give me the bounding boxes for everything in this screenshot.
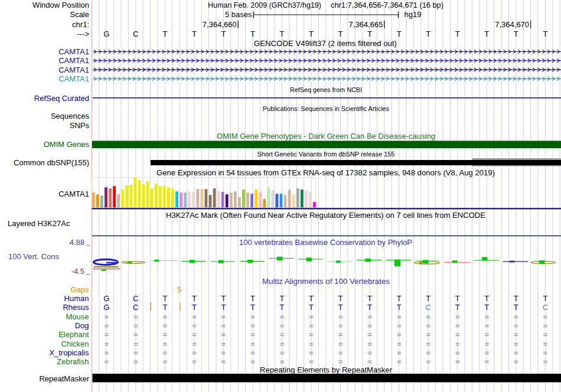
svg-text:=: = [133, 357, 138, 366]
svg-text:=: = [105, 321, 109, 330]
svg-text:=: = [543, 312, 548, 321]
svg-text:=: = [250, 357, 255, 366]
svg-text:=: = [309, 348, 314, 357]
svg-text:Rhesus: Rhesus [63, 303, 89, 312]
svg-text:T: T [338, 303, 343, 312]
svg-text:T: T [162, 303, 167, 312]
svg-text:=: = [426, 339, 430, 348]
svg-text:=: = [514, 357, 518, 366]
svg-text:T: T [309, 294, 314, 303]
svg-text:=: = [543, 348, 548, 357]
svg-text:=: = [280, 321, 285, 330]
svg-text:RefSeq genes from NCBI: RefSeq genes from NCBI [290, 86, 362, 93]
svg-text:=: = [280, 348, 285, 357]
svg-text:=: = [133, 321, 138, 330]
svg-text:=: = [543, 357, 548, 366]
svg-text:C: C [543, 303, 548, 312]
svg-text:=: = [514, 348, 518, 357]
svg-text:T: T [221, 294, 226, 303]
svg-text:T: T [543, 30, 547, 38]
svg-text:=: = [105, 312, 109, 321]
svg-text:CAMTA1: CAMTA1 [58, 190, 89, 198]
svg-text:RepeatMasker: RepeatMasker [39, 374, 89, 383]
svg-text:T: T [426, 30, 430, 38]
svg-text:chr1:7,364,656-7,364,671 (16 b: chr1:7,364,656-7,364,671 (16 bp) [331, 1, 443, 9]
svg-text:=: = [250, 321, 255, 330]
svg-text:T: T [192, 303, 197, 312]
svg-text:4.88: 4.88 [70, 238, 84, 247]
svg-text:=: = [455, 339, 460, 348]
svg-text:=: = [221, 321, 226, 330]
svg-text:Gaps: Gaps [70, 285, 89, 294]
svg-text:T: T [250, 30, 255, 38]
svg-text:X_tropicalis: X_tropicalis [49, 348, 89, 357]
svg-text:Mouse: Mouse [66, 312, 89, 321]
svg-text:T: T [455, 30, 460, 38]
svg-text:T: T [514, 30, 518, 38]
svg-text:=: = [133, 339, 138, 348]
svg-text:=: = [163, 357, 168, 366]
svg-text:Sequences: Sequences [51, 112, 90, 120]
svg-text:=: = [397, 312, 402, 321]
svg-text:=: = [105, 357, 109, 366]
svg-text:C: C [133, 303, 138, 312]
svg-text:Elephant: Elephant [58, 330, 89, 339]
svg-text:Gene Expression in 54 tissues: Gene Expression in 54 tissues from GTEx … [156, 168, 495, 177]
svg-text:T: T [484, 294, 489, 303]
svg-text:100 vertebrates Basewise Conse: 100 vertebrates Basewise Conservation by… [239, 238, 412, 247]
svg-text:T: T [221, 30, 226, 38]
svg-text:=: = [221, 312, 226, 321]
svg-text:T: T [309, 303, 314, 312]
svg-text:7,364,665: 7,364,665 [349, 20, 383, 29]
svg-text:T: T [309, 30, 314, 38]
svg-text:Publications: Sequences in Sci: Publications: Sequences in Scientific Ar… [263, 105, 389, 112]
svg-text:=: = [397, 339, 402, 348]
svg-text:=: = [133, 330, 138, 339]
svg-text:T: T [543, 294, 547, 303]
svg-text:T: T [192, 30, 197, 38]
svg-text:T: T [338, 30, 343, 38]
svg-text:T: T [397, 30, 402, 38]
svg-text:Multiz Alignments of 100 Verte: Multiz Alignments of 100 Vertebrates [262, 277, 390, 286]
svg-text:=: = [485, 321, 490, 330]
svg-text:T: T [455, 303, 460, 312]
svg-text:T: T [484, 30, 489, 38]
svg-text:=: = [192, 339, 197, 348]
svg-text:=: = [397, 348, 402, 357]
svg-text:=: = [367, 348, 372, 357]
svg-text:T: T [367, 30, 372, 38]
svg-text:=: = [221, 339, 226, 348]
svg-text:Common dbSNP(155): Common dbSNP(155) [14, 158, 89, 167]
svg-text:=: = [105, 330, 109, 339]
svg-text:=: = [426, 357, 430, 366]
svg-text:CAMTA1: CAMTA1 [58, 47, 89, 56]
svg-text:=: = [485, 330, 490, 339]
svg-text:Short Genetic Variants from db: Short Genetic Variants from dbSNP releas… [257, 151, 395, 158]
svg-text:T: T [162, 30, 167, 38]
svg-text:CAMTA1: CAMTA1 [58, 66, 89, 74]
svg-text:T: T [484, 303, 489, 312]
svg-text:--->: ---> [77, 30, 89, 38]
svg-text:T: T [426, 294, 430, 303]
svg-text:=: = [250, 339, 255, 348]
svg-text:GENCODE V49lift37 (2 items fil: GENCODE V49lift37 (2 items filtered out) [254, 39, 397, 48]
svg-text:Dog: Dog [75, 321, 89, 330]
svg-text:=: = [192, 330, 197, 339]
svg-text:T: T [280, 303, 285, 312]
svg-text:=: = [455, 330, 460, 339]
svg-text:=: = [250, 348, 255, 357]
svg-text:T: T [280, 294, 285, 303]
svg-text:T: T [162, 294, 167, 303]
svg-text:T: T [367, 294, 372, 303]
svg-text:=: = [338, 321, 343, 330]
svg-text:=: = [426, 348, 430, 357]
svg-text:SNPs: SNPs [70, 121, 90, 130]
svg-text:T: T [514, 303, 518, 312]
svg-text:=: = [367, 321, 372, 330]
svg-text:=: = [163, 321, 168, 330]
svg-text:=: = [280, 330, 285, 339]
svg-text:G: G [103, 30, 109, 38]
svg-text:CAMTA1: CAMTA1 [58, 74, 89, 83]
svg-text:=: = [514, 321, 518, 330]
svg-text:=: = [514, 330, 518, 339]
